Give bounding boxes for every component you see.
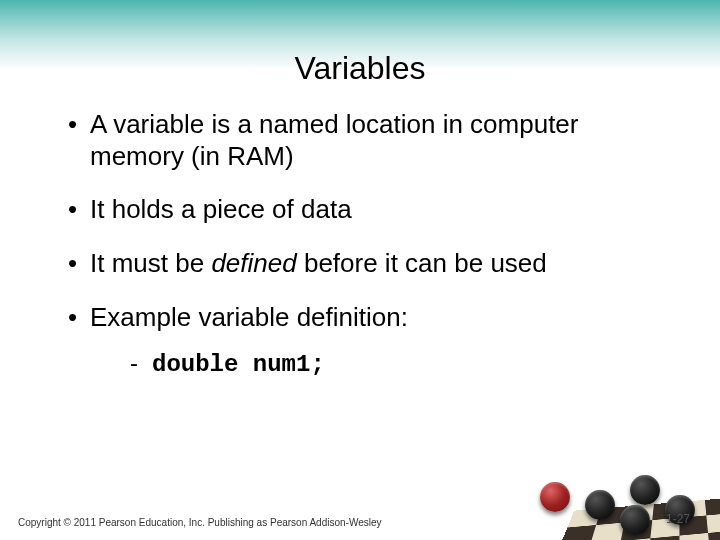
bullet-suffix: before it can be used (297, 248, 547, 278)
checker-piece-icon (585, 490, 615, 520)
bullet-item: It must be defined before it can be used (68, 248, 670, 280)
bullet-text: Example variable definition: (90, 302, 408, 332)
bullet-item: It holds a piece of data (68, 194, 670, 226)
sub-item: double num1; (130, 348, 670, 379)
code-example: double num1; (152, 351, 325, 378)
bullet-text: It holds a piece of data (90, 194, 352, 224)
slide-title: Variables (50, 50, 670, 87)
slide-content: Variables A variable is a named location… (0, 0, 720, 379)
bullet-item: Example variable definition: double num1… (68, 302, 670, 379)
checker-piece-icon (620, 505, 650, 535)
checker-piece-icon (540, 482, 570, 512)
copyright-footer: Copyright © 2011 Pearson Education, Inc.… (18, 517, 382, 528)
checker-piece-icon (630, 475, 660, 505)
bullet-list: A variable is a named location in comput… (50, 109, 670, 379)
bullet-prefix: It must be (90, 248, 211, 278)
bullet-item: A variable is a named location in comput… (68, 109, 670, 172)
sub-list: double num1; (90, 348, 670, 379)
bullet-text: A variable is a named location in comput… (90, 109, 579, 171)
bullet-italic: defined (211, 248, 296, 278)
page-number: 1-27 (666, 512, 690, 526)
checkerboard-decoration (520, 470, 720, 540)
